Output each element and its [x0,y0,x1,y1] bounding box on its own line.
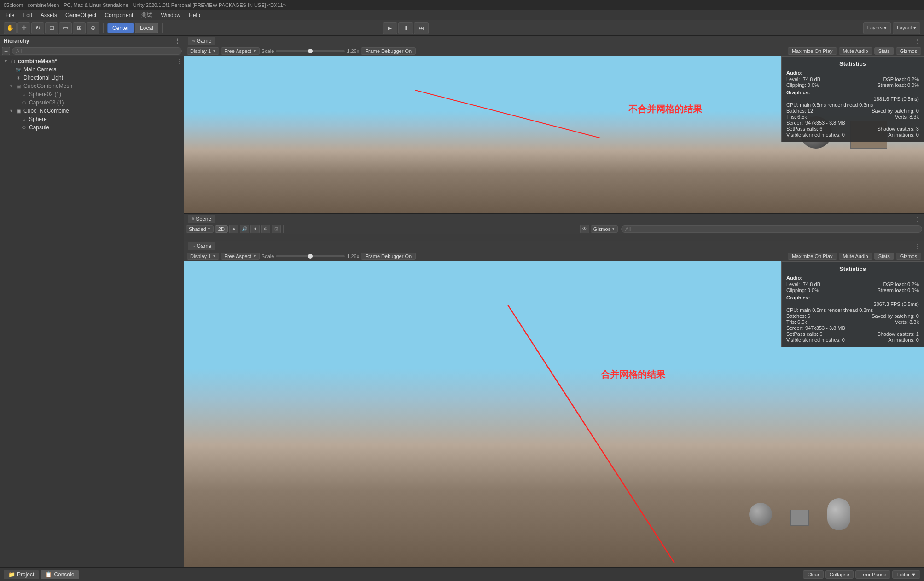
game-tab-bottom[interactable]: ∞ Game [188,242,215,250]
gizmos-btn-bottom[interactable]: Gizmos [896,253,921,260]
menu-window[interactable]: Window [157,11,184,19]
maximize-btn-bottom[interactable]: Maximize On Play [788,253,837,260]
capsule-icon: ⬭ [20,100,28,105]
menu-edit[interactable]: Edit [19,11,36,19]
aspect-arrow-top: ▼ [253,49,256,53]
tree-arrow: ▼ [4,59,9,63]
shading-dropdown[interactable]: Shaded ▼ [186,225,214,233]
aspect-dropdown-bottom[interactable]: Free Aspect ▼ [221,253,260,260]
tree-more-icon[interactable]: ⋮ [176,58,182,64]
rotate-tool-button[interactable]: ↻ [31,22,44,34]
hierarchy-more-icon[interactable]: ⋮ [174,38,180,44]
step-button[interactable]: ⏭ [414,22,429,34]
frame-debugger-btn-bottom[interactable]: Frame Debugger On [361,253,416,260]
tree-item-capsule[interactable]: ⬭ Capsule [0,123,184,132]
pause-button[interactable]: ⏸ [398,22,413,34]
collapse-button[interactable]: Collapse [825,570,854,579]
transform-tool-button[interactable]: ⊞ [73,22,86,34]
stats-tris-row-bottom: Tris: 6.5k Verts: 8.3k [786,319,919,325]
mute-btn-top[interactable]: Mute Audio [839,47,872,55]
frame-debugger-btn-top[interactable]: Frame Debugger On [361,47,416,55]
tree-item-sphere[interactable]: ○ Sphere [0,115,184,123]
cube-icon: ▣ [15,109,22,114]
stats-level-row-bottom: Level: -74.8 dB DSP load: 0.2% [786,282,919,287]
editor-button[interactable]: Editor ▼ [892,570,920,579]
tree-item-sphere02[interactable]: ○ Sphere02 (1) [0,90,184,98]
rect-tool-button[interactable]: ▭ [59,22,72,34]
hierarchy-search-input[interactable] [12,47,182,55]
scale-slider-thumb-top[interactable] [308,49,313,53]
console-tab[interactable]: 📋 Console [41,570,79,579]
gizmos-btn-top[interactable]: Gizmos [896,47,921,55]
maximize-btn-top[interactable]: Maximize On Play [788,47,837,55]
menu-test[interactable]: 测试 [138,11,156,20]
stats-btn-bottom[interactable]: Stats [874,253,894,260]
2d-toggle[interactable]: 2D [215,225,228,233]
game-view-bottom-more[interactable]: ⋮ [915,243,920,249]
scene-more-icon[interactable]: ⋮ [915,216,920,222]
scene-view-icon[interactable]: 👁 [580,225,589,233]
aspect-arrow-bottom: ▼ [253,254,256,258]
mute-btn-bottom[interactable]: Mute Audio [839,253,872,260]
stats-setpass-top: SetPass calls: 6 [786,126,822,132]
stats-dsp-bottom: DSP load: 0.2% [883,282,919,287]
stats-tris-top: Tris: 6.5k [786,114,807,120]
game-viewport-top: 不合并网格的结果 Statistics Audio: Level: -74.8 … [184,56,924,213]
scene-tool2[interactable]: ⊡ [272,225,281,233]
game-tab-bottom-icon: ∞ [192,243,195,249]
scale-slider-track-bottom[interactable] [276,255,345,257]
editor-arrow: ▼ [911,572,916,577]
audio-icon-btn[interactable]: 🔊 [240,225,249,233]
tool-buttons: ✋ ✛ ↻ ⊡ ▭ ⊞ ⊕ [4,22,99,34]
display-dropdown-bottom[interactable]: Display 1 ▼ [187,253,219,260]
display-label-top: Display 1 [190,48,211,54]
scene-search-input[interactable] [621,225,922,233]
lower-area: # Scene ⋮ Shaded ▼ 2D ● 🔊 ✦ ⊕ [184,213,924,567]
error-pause-button[interactable]: Error Pause [855,570,891,579]
tree-item-directional-light[interactable]: ☀ Directional Light [0,74,184,82]
game-tab-icon: ∞ [192,38,195,44]
game-view-top-more[interactable]: ⋮ [915,38,920,44]
project-tab[interactable]: 📁 Project [4,570,39,579]
move-tool-button[interactable]: ✛ [17,22,30,34]
stats-title-bottom: Statistics [786,265,919,272]
display-label-bottom: Display 1 [190,253,211,259]
scene-gizmos-dropdown[interactable]: Gizmos ▼ [591,225,618,233]
stats-screen-bottom: Screen: 947x353 - 3.8 MB [786,325,919,331]
space-toggle[interactable]: Local [135,23,158,33]
hierarchy-add-button[interactable]: + [2,47,10,55]
custom-tool-button[interactable]: ⊕ [87,22,99,34]
clear-button[interactable]: Clear [803,570,823,579]
stats-screen-top: Screen: 947x353 - 3.8 MB [786,120,919,126]
stats-panel-bottom: Statistics Audio: Level: -74.8 dB DSP lo… [781,261,924,347]
fx-icon-btn[interactable]: ✦ [250,225,260,233]
menu-assets[interactable]: Assets [37,11,61,19]
stats-graphics-label-top: Graphics: [786,90,919,95]
scale-tool-button[interactable]: ⊡ [45,22,58,34]
hand-tool-button[interactable]: ✋ [4,22,17,34]
play-button[interactable]: ▶ [383,22,397,34]
tree-item-cube-nocombine[interactable]: ▼ ▣ Cube_NoCombine [0,107,184,115]
tree-item-capsule03[interactable]: ⬭ Capsule03 (1) [0,98,184,107]
scene-tool1[interactable]: ⊕ [261,225,270,233]
tree-item-cubecombine[interactable]: ▼ ▣ CubeCombineMesh [0,82,184,90]
scale-slider-thumb-bottom[interactable] [308,254,313,259]
game-tab-top[interactable]: ∞ Game [188,37,215,45]
menu-help[interactable]: Help [185,11,204,19]
menu-component[interactable]: Component [101,11,137,19]
display-arrow-top: ▼ [212,49,216,53]
tree-item-combinemesh[interactable]: ▼ ⬡ combineMesh* ⋮ [0,57,184,65]
scene-tab[interactable]: # Scene [188,215,215,223]
layout-button[interactable]: Layout ▾ [893,22,920,34]
aspect-dropdown-top[interactable]: Free Aspect ▼ [221,47,260,55]
menu-file[interactable]: File [2,11,18,19]
scale-slider-track-top[interactable] [276,50,345,52]
stats-audio-label-bottom: Audio: [786,275,919,281]
pivot-toggle[interactable]: Center [107,23,134,33]
tree-item-main-camera[interactable]: 📷 Main Camera [0,65,184,74]
display-dropdown-top[interactable]: Display 1 ▼ [187,47,219,55]
lighting-icon-btn[interactable]: ● [229,225,238,233]
menu-gameobject[interactable]: GameObject [62,11,100,19]
layers-button[interactable]: Layers ▾ [863,22,891,34]
stats-btn-top[interactable]: Stats [874,47,894,55]
